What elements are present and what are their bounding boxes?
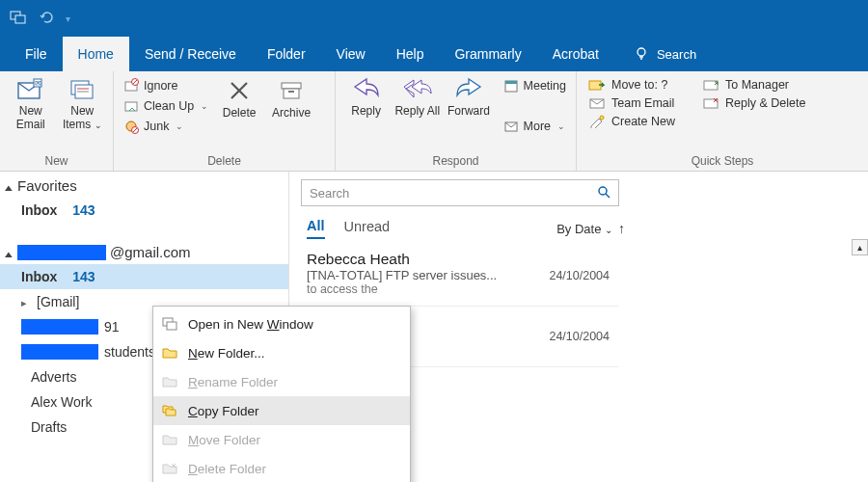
- ctx-move-folder: Move Folder: [153, 425, 410, 454]
- tab-grammarly[interactable]: Grammarly: [439, 37, 536, 71]
- search-input[interactable]: Search: [301, 179, 619, 206]
- tab-view[interactable]: View: [321, 37, 381, 71]
- title-bar: ▾: [0, 0, 868, 37]
- new-email-button[interactable]: ✉ New Email: [8, 75, 54, 132]
- tab-acrobat[interactable]: Acrobat: [537, 37, 614, 71]
- group-label-delete: Delete: [114, 154, 335, 171]
- group-label-respond: Respond: [336, 154, 576, 171]
- svg-rect-18: [284, 89, 299, 98]
- main-area: Favorites Inbox 143 @gmail.com Inbox 143…: [0, 172, 868, 482]
- forward-button[interactable]: Forward: [446, 75, 491, 119]
- message-preview: to access the: [307, 282, 610, 296]
- junk-button[interactable]: Junk⌄: [122, 118, 210, 135]
- svg-point-28: [599, 187, 607, 195]
- ctx-rename-folder: Rename Folder: [153, 367, 410, 396]
- redacted-account: [17, 245, 106, 260]
- filter-unread[interactable]: Unread: [344, 219, 391, 238]
- search-icon[interactable]: [597, 185, 610, 201]
- ctx-copy-folder[interactable]: Copy Folder: [153, 396, 410, 425]
- svg-text:✉: ✉: [34, 79, 41, 88]
- ribbon-group-respond: Reply Reply All Forward Meeting More⌄: [336, 71, 577, 171]
- search-placeholder: Search: [310, 186, 349, 201]
- ribbon-tabs: File Home Send / Receive Folder View Hel…: [0, 37, 868, 71]
- new-email-label: New Email: [8, 105, 54, 132]
- cleanup-button[interactable]: Clean Up⌄: [122, 97, 210, 115]
- account-header[interactable]: @gmail.com: [0, 238, 288, 264]
- app-icon: [10, 9, 27, 29]
- list-filters: All Unread By Date ⌄ ↑: [307, 218, 625, 239]
- tab-home[interactable]: Home: [63, 37, 129, 71]
- qs-reply-delete[interactable]: Reply & Delete: [698, 95, 809, 111]
- svg-rect-31: [167, 322, 176, 330]
- qs-team-email[interactable]: Team Email: [584, 95, 679, 111]
- sort-direction-icon[interactable]: ↑: [618, 221, 625, 236]
- tab-file[interactable]: File: [10, 37, 63, 71]
- favorites-header[interactable]: Favorites: [0, 172, 288, 198]
- svg-rect-17: [282, 83, 301, 89]
- ribbon: ✉ New Email New Items ⌄ New Ignore Clean…: [0, 71, 868, 172]
- qs-move-to[interactable]: Move to: ?: [584, 77, 679, 93]
- scroll-up-button[interactable]: ▴: [852, 239, 868, 255]
- tab-help[interactable]: Help: [381, 37, 440, 71]
- new-items-label: New Items ⌄: [60, 105, 106, 132]
- rename-icon: [161, 375, 178, 388]
- undo-icon[interactable]: [39, 10, 54, 28]
- meeting-button[interactable]: Meeting: [502, 77, 568, 94]
- folder-move-icon: [161, 433, 178, 446]
- svg-line-29: [606, 194, 610, 198]
- svg-rect-21: [505, 81, 517, 84]
- lightbulb-icon: [634, 45, 649, 64]
- context-menu: Open in New Window New Folder... Rename …: [152, 306, 411, 482]
- message-date: 24/10/2004: [549, 269, 610, 282]
- sort-by-date[interactable]: By Date ⌄: [556, 222, 612, 236]
- qs-to-manager[interactable]: To Manager: [698, 77, 809, 93]
- ignore-button[interactable]: Ignore: [122, 77, 210, 94]
- ribbon-group-new: ✉ New Email New Items ⌄ New: [0, 71, 114, 171]
- ctx-delete-folder: Delete Folder: [153, 454, 410, 482]
- ribbon-group-delete: Ignore Clean Up⌄ Junk⌄ Delete Archive: [114, 71, 336, 171]
- ctx-open-new-window[interactable]: Open in New Window: [153, 309, 410, 338]
- folder-delete-icon: [161, 462, 178, 475]
- search-label: Search: [657, 47, 696, 62]
- ctx-new-folder[interactable]: New Folder...: [153, 338, 410, 367]
- qat-dropdown-icon[interactable]: ▾: [66, 13, 70, 24]
- message-subject: [TNA-TOTAL] FTP server issues...: [307, 268, 539, 282]
- tell-me-search[interactable]: Search: [634, 37, 696, 71]
- ribbon-group-quicksteps: Move to: ? Team Email Create New To Mana…: [577, 71, 868, 171]
- reply-all-button[interactable]: Reply All: [394, 75, 440, 119]
- svg-rect-1: [15, 15, 25, 23]
- window-icon: [161, 317, 178, 331]
- folder-new-icon: [161, 346, 178, 360]
- message-date: 24/10/2004: [549, 330, 610, 343]
- archive-button[interactable]: Archive: [268, 75, 314, 120]
- message-from: Rebecca Heath: [307, 251, 610, 268]
- delete-button[interactable]: Delete: [216, 75, 262, 120]
- fav-inbox[interactable]: Inbox 143: [0, 198, 288, 223]
- message-item[interactable]: Rebecca Heath [TNA-TOTAL] FTP server iss…: [301, 245, 619, 307]
- filter-all[interactable]: All: [307, 218, 325, 239]
- qs-create-new[interactable]: Create New: [584, 114, 679, 129]
- more-respond-button[interactable]: More⌄: [502, 118, 568, 135]
- svg-point-25: [600, 116, 604, 120]
- svg-rect-19: [288, 91, 294, 93]
- folder-copy-icon: [161, 404, 178, 417]
- tab-folder[interactable]: Folder: [252, 37, 321, 71]
- svg-point-2: [637, 48, 645, 56]
- new-items-button[interactable]: New Items ⌄: [60, 75, 106, 132]
- group-label-new: New: [0, 154, 113, 171]
- group-label-quicksteps: Quick Steps: [577, 154, 868, 171]
- tab-send-receive[interactable]: Send / Receive: [129, 37, 252, 71]
- reply-button[interactable]: Reply: [343, 75, 389, 119]
- nav-inbox[interactable]: Inbox 143: [0, 264, 288, 289]
